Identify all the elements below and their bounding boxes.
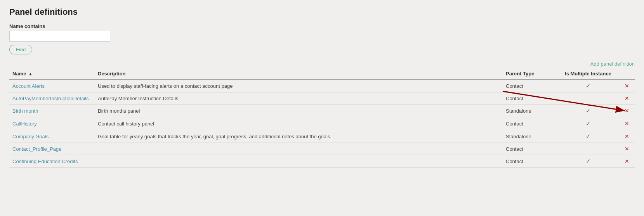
cell-delete-action: ✕ bbox=[619, 155, 635, 168]
cell-parent-type: Contact bbox=[503, 79, 557, 92]
row-name-link[interactable]: Birth month bbox=[12, 108, 38, 114]
cell-name: Contact_Profile_Page bbox=[9, 143, 95, 155]
sort-arrow-name: ▲ bbox=[28, 71, 33, 76]
cell-delete-action: ✕ bbox=[619, 79, 635, 92]
filter-label: Name contains bbox=[9, 23, 635, 29]
page-title: Panel definitions bbox=[9, 7, 635, 17]
name-contains-input[interactable] bbox=[9, 31, 110, 42]
row-name-link[interactable]: Contact_Profile_Page bbox=[12, 146, 61, 152]
col-header-description: Description bbox=[95, 68, 503, 79]
row-name-link[interactable]: Continuing Education Credits bbox=[12, 159, 78, 164]
row-name-link[interactable]: CallHistory bbox=[12, 121, 37, 127]
row-name-link[interactable]: Company Goals bbox=[12, 134, 49, 139]
table-row: Contact_Profile_PageContact✕ bbox=[9, 143, 635, 155]
col-header-is-multiple-instance: Is Multiple Instance bbox=[557, 68, 619, 79]
cell-is-multiple-instance: ✓ bbox=[557, 155, 619, 168]
table-row: CallHistoryContact call history panelCon… bbox=[9, 117, 635, 130]
delete-icon[interactable]: ✕ bbox=[625, 158, 629, 164]
table-row: Account AlertsUsed to display staff-faci… bbox=[9, 79, 635, 92]
cell-is-multiple-instance: ✓ bbox=[557, 79, 619, 92]
delete-icon[interactable]: ✕ bbox=[625, 83, 629, 89]
cell-parent-type: Standalone bbox=[503, 105, 557, 117]
cell-description: AutoPay Member Instruction Details bbox=[95, 92, 503, 105]
filter-section: Name contains Find bbox=[9, 23, 635, 54]
row-name-link[interactable]: Account Alerts bbox=[12, 83, 45, 89]
cell-delete-action: ✕ bbox=[619, 92, 635, 105]
add-panel-definition-link[interactable]: Add panel definition bbox=[590, 61, 635, 67]
delete-icon[interactable]: ✕ bbox=[625, 95, 629, 101]
cell-delete-action: ✕ bbox=[619, 130, 635, 143]
cell-is-multiple-instance: ✓ bbox=[557, 130, 619, 143]
find-button[interactable]: Find bbox=[9, 45, 32, 54]
cell-parent-type: Contact bbox=[503, 155, 557, 168]
table-body: Account AlertsUsed to display staff-faci… bbox=[9, 79, 635, 168]
cell-parent-type: Contact bbox=[503, 143, 557, 155]
cell-delete-action: ✕ bbox=[619, 105, 635, 117]
cell-description: Goal table for yearly goals that tracks … bbox=[95, 130, 503, 143]
cell-name: AutoPayMemberInstructionDetails bbox=[9, 92, 95, 105]
cell-parent-type: Contact bbox=[503, 117, 557, 130]
row-name-link[interactable]: AutoPayMemberInstructionDetails bbox=[12, 96, 89, 101]
cell-description: Used to display staff-facing alerts on a… bbox=[95, 79, 503, 92]
cell-parent-type: Standalone bbox=[503, 130, 557, 143]
delete-icon[interactable]: ✕ bbox=[625, 133, 629, 139]
table-row: Birth monthBirth months panelStandalone✓… bbox=[9, 105, 635, 117]
table-wrapper: Name ▲ Description Parent Type Is Multip… bbox=[9, 68, 635, 168]
cell-name: Birth month bbox=[9, 105, 95, 117]
delete-icon[interactable]: ✕ bbox=[625, 146, 629, 152]
col-header-action bbox=[619, 68, 635, 79]
cell-description bbox=[95, 143, 503, 155]
cell-is-multiple-instance: ✓ bbox=[557, 117, 619, 130]
table-row: Company GoalsGoal table for yearly goals… bbox=[9, 130, 635, 143]
table-row: AutoPayMemberInstructionDetailsAutoPay M… bbox=[9, 92, 635, 105]
cell-name: Continuing Education Credits bbox=[9, 155, 95, 168]
delete-icon[interactable]: ✕ bbox=[625, 108, 629, 114]
cell-name: Account Alerts bbox=[9, 79, 95, 92]
cell-delete-action: ✕ bbox=[619, 117, 635, 130]
cell-description: Contact call history panel bbox=[95, 117, 503, 130]
panel-definitions-table: Name ▲ Description Parent Type Is Multip… bbox=[9, 68, 635, 168]
cell-delete-action: ✕ bbox=[619, 143, 635, 155]
cell-is-multiple-instance: ✓ bbox=[557, 105, 619, 117]
cell-name: CallHistory bbox=[9, 117, 95, 130]
table-header-row: Name ▲ Description Parent Type Is Multip… bbox=[9, 68, 635, 79]
cell-name: Company Goals bbox=[9, 130, 95, 143]
table-row: Continuing Education CreditsContact✓✕ bbox=[9, 155, 635, 168]
col-header-parent-type: Parent Type bbox=[503, 68, 557, 79]
cell-is-multiple-instance bbox=[557, 143, 619, 155]
cell-description bbox=[95, 155, 503, 168]
cell-parent-type: Contact bbox=[503, 92, 557, 105]
delete-icon[interactable]: ✕ bbox=[625, 120, 629, 127]
add-link-row: Add panel definition bbox=[9, 61, 635, 67]
cell-description: Birth months panel bbox=[95, 105, 503, 117]
col-header-name[interactable]: Name ▲ bbox=[9, 68, 95, 79]
cell-is-multiple-instance bbox=[557, 92, 619, 105]
